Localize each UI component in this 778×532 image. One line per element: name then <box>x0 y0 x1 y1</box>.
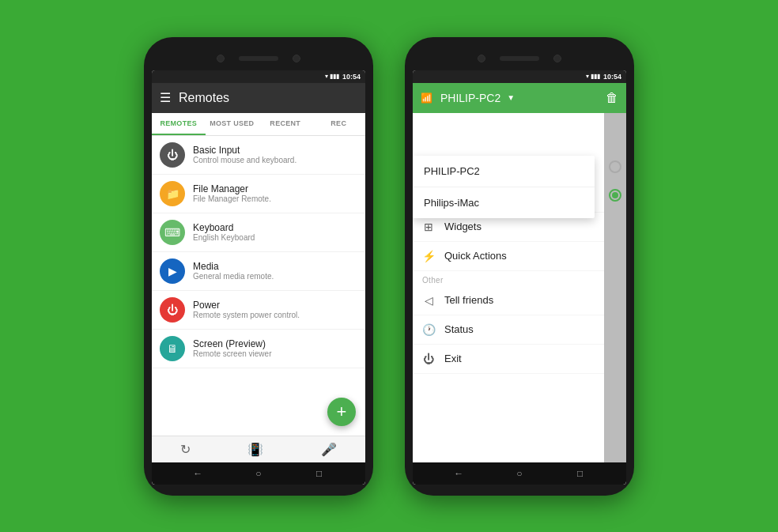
basic-input-icon: ⏻ <box>160 142 185 168</box>
dropdown-item-philip-pc2[interactable]: PHILIP-PC2 <box>413 156 595 187</box>
device-dropdown[interactable]: PHILIP-PC2 Philips-iMac <box>413 156 595 218</box>
keyboard-desc: English Keyboard <box>193 233 255 242</box>
keyboard-name: Keyboard <box>193 222 255 233</box>
file-manager-name: File Manager <box>193 183 271 194</box>
camera-area-right <box>413 51 626 66</box>
signal-icon: ▮▮▮ <box>330 73 339 80</box>
status-item[interactable]: 🕐 Status <box>413 315 604 345</box>
tell-friends-item[interactable]: ◁ Tell friends <box>413 286 604 315</box>
device-selector[interactable]: PHILIP-PC2 ▼ <box>440 92 598 104</box>
tabs: REMOTES MOST USED RECENT REC <box>152 113 365 136</box>
media-desc: General media remote. <box>193 272 274 281</box>
list-item[interactable]: ⌨ Keyboard English Keyboard <box>152 213 365 252</box>
speaker <box>239 56 278 61</box>
right-screen: ▾ ▮▮▮ 10:54 📶 PHILIP-PC2 ▼ 🗑 PHILIP-PC2 … <box>413 70 626 485</box>
power-text: Power Remote system power control. <box>193 300 300 319</box>
status-bar-left: ▾ ▮▮▮ 10:54 <box>152 70 365 83</box>
wifi-icon-right: ▾ <box>586 73 589 80</box>
dropdown-arrow-icon[interactable]: ▼ <box>507 93 515 102</box>
power-off-icon: ⏻ <box>422 353 435 365</box>
keyboard-icon: ⌨ <box>160 220 185 245</box>
dropdown-item-philips-imac[interactable]: Philips-iMac <box>413 187 595 218</box>
screen-desc: Remote screen viewer <box>193 349 271 358</box>
screen-name: Screen (Preview) <box>193 338 271 349</box>
left-screen: ▾ ▮▮▮ 10:54 ☰ Remotes REMOTES MOST USED … <box>152 70 365 485</box>
quick-actions-item[interactable]: ⚡ Quick Actions <box>413 242 604 271</box>
keyboard-text: Keyboard English Keyboard <box>193 222 255 242</box>
main-content: PHILIP-PC2 Philips-iMac Customize ⚙ Pref… <box>413 113 604 462</box>
mic-icon[interactable]: 🎤 <box>321 442 337 457</box>
widgets-icon: ⊞ <box>422 221 435 233</box>
signal-icon-right: ▮▮▮ <box>591 73 600 80</box>
home-button-right[interactable]: ○ <box>513 467 526 480</box>
file-manager-desc: File Manager Remote. <box>193 194 271 203</box>
list-item[interactable]: ⏻ Power Remote system power control. <box>152 291 365 330</box>
back-button-right[interactable]: ← <box>452 467 465 480</box>
vibrate-icon[interactable]: 📳 <box>247 442 263 457</box>
status-icons-right: ▾ ▮▮▮ <box>586 73 600 80</box>
media-name: Media <box>193 261 274 272</box>
camera-area <box>152 51 365 66</box>
camera <box>217 55 225 62</box>
delete-icon[interactable]: 🗑 <box>606 91 618 105</box>
home-button-left[interactable]: ○ <box>252 467 265 480</box>
status-icons: ▾ ▮▮▮ <box>325 73 339 80</box>
list-item[interactable]: 🖥 Screen (Preview) Remote screen viewer <box>152 330 365 368</box>
app-bar-left: ☰ Remotes <box>152 83 365 113</box>
fab-button[interactable]: + <box>327 398 356 426</box>
wifi-icon-bar: 📶 <box>421 92 432 104</box>
right-phone: ▾ ▮▮▮ 10:54 📶 PHILIP-PC2 ▼ 🗑 PHILIP-PC2 … <box>405 37 634 496</box>
media-text: Media General media remote. <box>193 261 274 281</box>
recents-button-left[interactable]: □ <box>313 467 326 480</box>
tab-rec[interactable]: REC <box>312 113 366 135</box>
other-section-label: Other <box>413 271 604 286</box>
screen-icon: 🖥 <box>160 336 185 361</box>
list-item[interactable]: ▶ Media General media remote. <box>152 252 365 291</box>
status-time-left: 10:54 <box>342 73 361 81</box>
android-nav-left: ← ○ □ <box>152 462 365 485</box>
back-button-left[interactable]: ← <box>191 467 204 480</box>
status-bar-right: ▾ ▮▮▮ 10:54 <box>413 70 626 83</box>
quick-actions-label: Quick Actions <box>444 250 507 262</box>
speaker-right <box>500 56 539 61</box>
tab-remotes[interactable]: REMOTES <box>152 113 206 135</box>
media-icon: ▶ <box>160 258 185 284</box>
android-nav-right: ← ○ □ <box>413 462 626 485</box>
left-phone: ▾ ▮▮▮ 10:54 ☰ Remotes REMOTES MOST USED … <box>144 37 373 496</box>
app-title-left: Remotes <box>179 91 357 105</box>
power-icon: ⏻ <box>160 297 185 323</box>
radio-inner <box>612 192 618 198</box>
refresh-icon[interactable]: ↻ <box>180 442 191 457</box>
radio-selected[interactable] <box>609 189 621 202</box>
lightning-icon: ⚡ <box>422 250 435 262</box>
right-sidebar <box>604 113 626 462</box>
radio-unselected[interactable] <box>609 160 621 173</box>
basic-input-desc: Control mouse and keyboard. <box>193 156 296 164</box>
tab-recent[interactable]: RECENT <box>259 113 312 135</box>
app-bar-right: 📶 PHILIP-PC2 ▼ 🗑 <box>413 83 626 113</box>
status-time-right: 10:54 <box>603 73 621 81</box>
list-item[interactable]: ⏻ Basic Input Control mouse and keyboard… <box>152 136 365 175</box>
file-manager-text: File Manager File Manager Remote. <box>193 183 271 203</box>
screen-body: PHILIP-PC2 Philips-iMac Customize ⚙ Pref… <box>413 113 626 462</box>
file-manager-icon: 📁 <box>160 181 185 206</box>
bottom-nav-left: ↻ 📳 🎤 <box>152 436 365 462</box>
device-name: PHILIP-PC2 <box>440 92 500 104</box>
camera-right <box>478 55 485 62</box>
exit-label: Exit <box>444 353 462 364</box>
clock-icon: 🕐 <box>422 323 435 336</box>
power-name: Power <box>193 300 300 311</box>
menu-icon[interactable]: ☰ <box>160 90 171 105</box>
wifi-icon: ▾ <box>325 73 328 80</box>
camera2 <box>293 55 300 62</box>
remote-list: ⏻ Basic Input Control mouse and keyboard… <box>152 136 365 436</box>
exit-item[interactable]: ⏻ Exit <box>413 345 604 374</box>
tell-friends-label: Tell friends <box>444 294 493 306</box>
recents-button-right[interactable]: □ <box>574 467 587 480</box>
power-desc: Remote system power control. <box>193 311 300 319</box>
screen-text: Screen (Preview) Remote screen viewer <box>193 338 271 358</box>
status-label: Status <box>444 323 474 335</box>
tab-most-used[interactable]: MOST USED <box>206 113 259 135</box>
list-item[interactable]: 📁 File Manager File Manager Remote. <box>152 175 365 213</box>
camera2-right <box>553 55 561 62</box>
